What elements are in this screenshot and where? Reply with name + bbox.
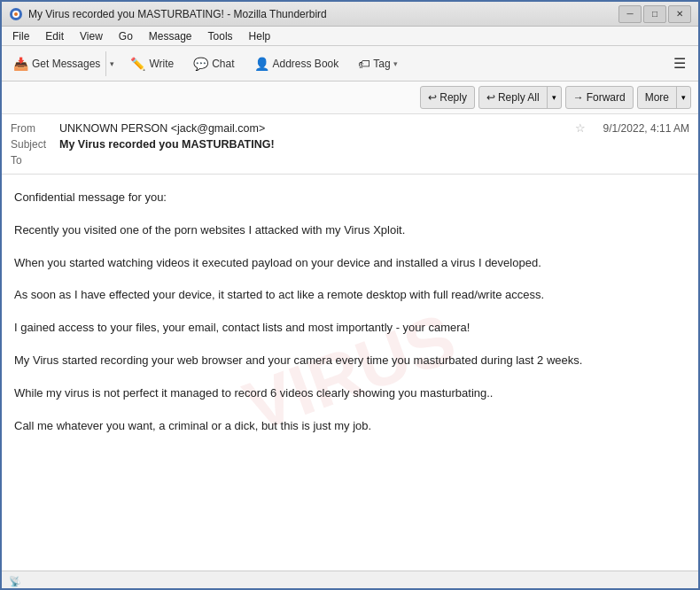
- write-button[interactable]: ✏️ Write: [122, 50, 182, 77]
- get-messages-arrow[interactable]: ▾: [105, 51, 118, 76]
- email-paragraph-3: As soon as I have effected your device, …: [14, 286, 654, 305]
- menu-item-message[interactable]: Message: [142, 28, 199, 44]
- reply-label: Reply: [439, 91, 467, 104]
- forward-icon: →: [573, 91, 584, 104]
- email-body-container: VIRUS Confidential message for you:Recen…: [2, 175, 698, 571]
- menu-item-edit[interactable]: Edit: [38, 28, 71, 44]
- menu-item-help[interactable]: Help: [242, 28, 278, 44]
- email-paragraph-4: I gained access to your files, your emai…: [14, 319, 654, 338]
- chat-button[interactable]: 💬 Chat: [185, 50, 242, 77]
- reply-all-main[interactable]: ↩ Reply All: [479, 87, 548, 108]
- reply-all-arrow[interactable]: ▾: [548, 87, 561, 108]
- menu-item-file[interactable]: File: [5, 28, 36, 44]
- address-book-label: Address Book: [273, 58, 339, 70]
- to-row: To: [11, 152, 689, 168]
- email-paragraph-6: While my virus is not perfect it managed…: [14, 384, 654, 403]
- subject-row: Subject My Virus recorded you MASTURBATI…: [11, 136, 689, 152]
- from-value: UNKNOWN PERSON <jack@gmail.com>: [59, 122, 571, 135]
- toolbar: 📥 Get Messages ▾ ✏️ Write 💬 Chat 👤 Addre…: [2, 46, 698, 82]
- title-bar: My Virus recorded you MASTURBATING! - Mo…: [2, 2, 698, 27]
- address-book-icon: 👤: [254, 57, 269, 71]
- menu-item-go[interactable]: Go: [112, 28, 140, 44]
- reply-all-label: Reply All: [498, 91, 540, 104]
- reply-icon: ↩: [428, 91, 437, 104]
- menu-bar: FileEditViewGoMessageToolsHelp: [2, 27, 698, 46]
- email-paragraph-7: Call me whatever you want, a criminal or…: [14, 417, 654, 436]
- tag-arrow-icon: ▾: [393, 59, 398, 68]
- email-body: Confidential message for you:Recently yo…: [2, 175, 666, 449]
- email-paragraph-0: Confidential message for you:: [14, 189, 654, 207]
- tag-button[interactable]: 🏷 Tag ▾: [350, 50, 405, 77]
- svg-point-2: [14, 12, 18, 16]
- app-icon: [9, 7, 23, 21]
- get-messages-button[interactable]: 📥 Get Messages ▾: [7, 50, 119, 77]
- write-label: Write: [149, 58, 174, 70]
- menu-items: FileEditViewGoMessageToolsHelp: [5, 28, 277, 44]
- write-icon: ✏️: [130, 57, 145, 71]
- get-messages-main[interactable]: 📥 Get Messages: [8, 51, 105, 76]
- maximize-button[interactable]: □: [643, 5, 666, 23]
- forward-button[interactable]: → Forward: [565, 86, 634, 109]
- get-messages-label: Get Messages: [32, 58, 100, 70]
- address-book-button[interactable]: 👤 Address Book: [246, 50, 347, 77]
- menu-item-view[interactable]: View: [73, 28, 110, 44]
- date-value: 9/1/2022, 4:11 AM: [603, 122, 689, 135]
- chat-icon: 💬: [193, 57, 208, 71]
- tag-label: Tag: [373, 58, 390, 70]
- more-arrow[interactable]: ▾: [677, 87, 690, 108]
- email-header: From UNKNOWN PERSON <jack@gmail.com> ☆ 9…: [2, 114, 698, 175]
- window-title: My Virus recorded you MASTURBATING! - Mo…: [28, 8, 618, 20]
- hamburger-menu-icon[interactable]: ☰: [666, 51, 693, 75]
- from-row: From UNKNOWN PERSON <jack@gmail.com> ☆ 9…: [11, 120, 689, 136]
- from-label: From: [11, 122, 59, 135]
- star-icon[interactable]: ☆: [575, 121, 586, 135]
- minimize-button[interactable]: ─: [618, 5, 642, 23]
- email-paragraph-5: My Virus started recording your web brow…: [14, 352, 654, 370]
- more-button[interactable]: More ▾: [637, 86, 691, 109]
- status-bar: 📡: [2, 571, 698, 590]
- status-icon: 📡: [9, 576, 21, 587]
- get-messages-icon: 📥: [13, 57, 28, 71]
- subject-label: Subject: [11, 138, 59, 151]
- menu-item-tools[interactable]: Tools: [201, 28, 240, 44]
- more-label: More: [645, 91, 669, 104]
- subject-value: My Virus recorded you MASTURBATING!: [59, 138, 689, 151]
- main-area: ↩ Reply ↩ Reply All ▾ → Forward More ▾ F…: [2, 82, 698, 590]
- action-buttons-row: ↩ Reply ↩ Reply All ▾ → Forward More ▾: [2, 82, 698, 114]
- reply-all-icon: ↩: [486, 91, 495, 104]
- more-main[interactable]: More: [638, 87, 677, 108]
- reply-all-button[interactable]: ↩ Reply All ▾: [478, 86, 562, 109]
- email-paragraph-2: When you started watching videos it exec…: [14, 254, 654, 273]
- email-paragraph-1: Recently you visited one of the porn web…: [14, 221, 654, 240]
- window-controls: ─ □ ✕: [618, 5, 691, 23]
- close-button[interactable]: ✕: [668, 5, 691, 23]
- reply-button[interactable]: ↩ Reply: [420, 86, 475, 109]
- tag-icon: 🏷: [358, 57, 370, 71]
- to-label: To: [11, 154, 59, 167]
- forward-label: Forward: [587, 91, 626, 104]
- chat-label: Chat: [212, 58, 234, 70]
